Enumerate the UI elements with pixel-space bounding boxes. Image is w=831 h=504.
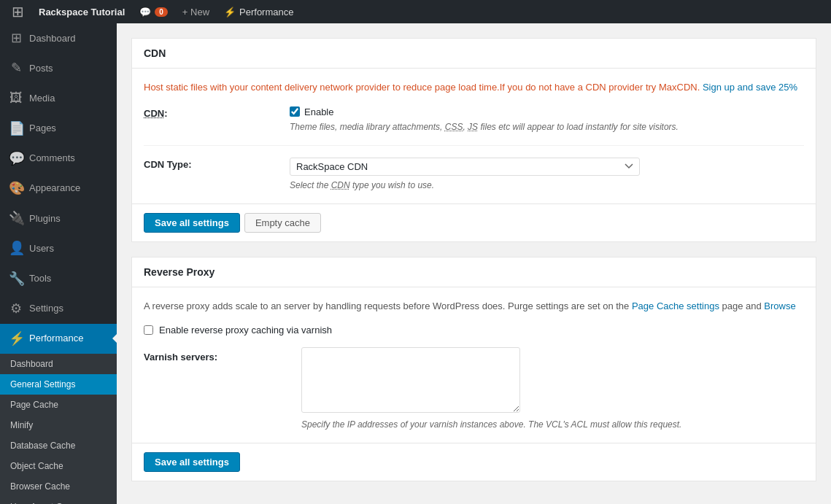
varnish-servers-row: Varnish servers: Specify the IP addresse… (144, 347, 804, 431)
sidebar-label: Dashboard (29, 32, 76, 45)
submenu-item-browser-cache[interactable]: Browser Cache (0, 476, 117, 497)
settings-icon: ⚙ (9, 300, 23, 318)
appearance-icon: 🎨 (9, 179, 23, 198)
cdn-section-title: CDN (132, 39, 816, 69)
comments-count: 0 (155, 7, 168, 17)
sidebar-label: Media (29, 92, 55, 105)
sidebar-item-posts[interactable]: ✎ Posts (0, 53, 117, 83)
cdn-type-control: RackSpace CDN Amazon CloudFront MaxCDN C… (290, 158, 804, 192)
cdn-type-desc: Select the CDN type you wish to use. (290, 179, 804, 192)
cdn-abbr: CDN (144, 108, 164, 119)
rp-info-text: A reverse proxy adds scale to an server … (144, 299, 804, 314)
sidebar-label: Plugins (29, 212, 61, 225)
dashboard-icon: ⊞ (9, 29, 23, 47)
admin-bar: ⊞ Rackspace Tutorial 💬 0 + New ⚡ Perform… (0, 0, 831, 23)
performance-submenu: Dashboard General Settings Page Cache Mi… (0, 354, 117, 504)
sidebar-item-users[interactable]: 👤 Users (0, 233, 117, 263)
sidebar-label: Pages (29, 122, 56, 135)
site-name[interactable]: Rackspace Tutorial (33, 0, 131, 23)
new-label: + New (182, 7, 209, 18)
sidebar-performance-label: Performance (29, 332, 83, 345)
comments-icon: 💬 (9, 150, 23, 168)
users-icon: 👤 (9, 239, 23, 257)
cdn-type-select[interactable]: RackSpace CDN Amazon CloudFront MaxCDN C… (290, 158, 640, 176)
cdn-enable-control: Enable Theme files, media library attach… (290, 106, 804, 133)
sidebar-item-tools[interactable]: 🔧 Tools (0, 264, 117, 294)
pages-icon: 📄 (9, 120, 23, 138)
sidebar-label: Posts (29, 62, 53, 75)
new-button[interactable]: + New (177, 0, 215, 23)
plugins-icon: 🔌 (9, 209, 23, 228)
cdn-info-text: Host static files with your content deli… (144, 80, 804, 95)
varnish-servers-label: Varnish servers: (144, 347, 290, 363)
sidebar-item-plugins[interactable]: 🔌 Plugins (0, 203, 117, 233)
cdn-field-label: CDN: (144, 106, 290, 119)
reverse-proxy-section: Reverse Proxy A reverse proxy adds scale… (131, 257, 816, 482)
varnish-servers-control: Specify the IP addresses of your varnish… (301, 347, 681, 431)
comments-icon: 💬 (139, 7, 151, 18)
rp-button-row: Save all settings (132, 443, 816, 481)
varnish-checkbox-label[interactable]: Enable reverse proxy caching via varnish (159, 325, 332, 336)
submenu-item-page-cache[interactable]: Page Cache (0, 395, 117, 415)
sidebar-item-dashboard[interactable]: ⊞ Dashboard (0, 23, 117, 53)
submenu-item-general-settings[interactable]: General Settings (0, 374, 117, 395)
page-cache-settings-link[interactable]: Page Cache settings (632, 301, 719, 311)
cdn-type-label: CDN Type: (144, 158, 290, 170)
cdn-section: CDN Host static files with your content … (131, 38, 816, 242)
sidebar: ⊞ Dashboard ✎ Posts 🖼 Media 📄 Pages 💬 Co… (0, 23, 117, 504)
sidebar-label: Settings (29, 302, 63, 315)
cdn-enable-checkbox[interactable] (290, 106, 300, 117)
sidebar-item-performance[interactable]: ⚡ Performance (0, 324, 117, 354)
sidebar-item-comments[interactable]: 💬 Comments (0, 144, 117, 174)
cdn-enable-row: CDN: Enable Theme files, media library a… (144, 106, 804, 146)
cdn-button-row: Save all settings Empty cache (132, 203, 816, 241)
cdn-enable-desc: Theme files, media library attachments, … (290, 120, 804, 133)
save-all-settings-button[interactable]: Save all settings (144, 213, 240, 233)
varnish-servers-textarea[interactable] (301, 347, 520, 413)
submenu-item-database-cache[interactable]: Database Cache (0, 435, 117, 456)
cdn-type-row: CDN Type: RackSpace CDN Amazon CloudFron… (144, 158, 804, 192)
wp-logo[interactable]: ⊞ (6, 0, 30, 23)
sidebar-label: Users (29, 242, 54, 255)
cdn-signup-link[interactable]: Sign up and save 25% (703, 82, 797, 93)
submenu-item-object-cache[interactable]: Object Cache (0, 456, 117, 476)
varnish-checkbox[interactable] (144, 325, 153, 335)
submenu-item-minify[interactable]: Minify (0, 415, 117, 435)
performance-sidebar-icon: ⚡ (9, 330, 23, 348)
submenu-item-dashboard[interactable]: Dashboard (0, 354, 117, 374)
media-icon: 🖼 (9, 89, 23, 107)
performance-nav[interactable]: ⚡ Performance (218, 0, 299, 23)
main-content: CDN Host static files with your content … (117, 23, 831, 504)
sidebar-item-pages[interactable]: 📄 Pages (0, 114, 117, 144)
sidebar-label: Comments (29, 152, 75, 165)
rp-save-button[interactable]: Save all settings (144, 452, 240, 472)
performance-label: Performance (239, 7, 293, 18)
submenu-item-user-agent[interactable]: User Agent Groups (0, 497, 117, 504)
comments-button[interactable]: 💬 0 (134, 0, 174, 23)
reverse-proxy-title: Reverse Proxy (132, 257, 816, 287)
performance-icon: ⚡ (224, 7, 236, 18)
sidebar-label: Appearance (29, 182, 80, 195)
sidebar-item-media[interactable]: 🖼 Media (0, 83, 117, 113)
sidebar-item-settings[interactable]: ⚙ Settings (0, 294, 117, 324)
varnish-servers-desc: Specify the IP addresses of your varnish… (301, 418, 681, 431)
cdn-enable-label[interactable]: Enable (304, 106, 333, 117)
browse-link[interactable]: Browse (764, 301, 795, 311)
varnish-checkbox-row: Enable reverse proxy caching via varnish (144, 325, 804, 336)
tools-icon: 🔧 (9, 270, 23, 288)
cdn-enable-checkbox-row: Enable (290, 106, 804, 117)
empty-cache-button[interactable]: Empty cache (244, 213, 321, 233)
sidebar-label: Tools (29, 272, 51, 285)
sidebar-item-appearance[interactable]: 🎨 Appearance (0, 174, 117, 203)
posts-icon: ✎ (9, 59, 23, 77)
